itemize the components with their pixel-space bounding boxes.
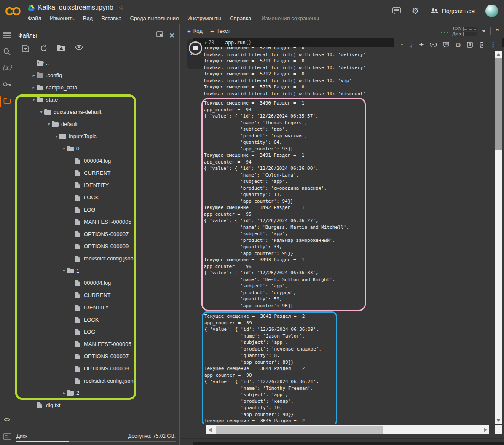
tree-item-log[interactable]: LOG <box>14 204 177 216</box>
tree-item-dlq-txt[interactable]: dlq.txt <box>14 399 177 411</box>
more-options-icon[interactable]: ⋮ <box>490 41 496 48</box>
resource-monitor[interactable]: ОЗУ Диск <box>453 27 478 36</box>
tree-item-label: rocksdict-config.json <box>84 378 134 384</box>
menu-item[interactable]: Вид <box>83 15 93 21</box>
open-in-tab-icon[interactable] <box>156 31 163 37</box>
files-folder-icon[interactable] <box>0 98 14 104</box>
disk-usage-area: Диск Доступно: 75.02 GB. <box>14 431 179 445</box>
tree-item--[interactable]: .. <box>14 57 177 69</box>
tree-item-default[interactable]: ▾default <box>14 118 177 130</box>
chevron-down-icon[interactable]: ▾ <box>54 134 59 139</box>
star-icon[interactable]: ☆ <box>118 4 124 11</box>
chevron-down-icon[interactable]: ▾ <box>46 122 52 126</box>
chevron-right-icon[interactable]: ▸ <box>61 391 67 395</box>
move-cell-down-icon[interactable]: ↓ <box>410 41 413 48</box>
output-overflow-dots[interactable]: ••• <box>190 51 199 58</box>
open-in-window-icon[interactable] <box>467 42 473 48</box>
tree-item-label: 000004.log <box>84 158 111 164</box>
horizontal-scroll-thumb[interactable] <box>216 426 383 434</box>
tree-item-000004-log[interactable]: 000004.log <box>14 277 177 289</box>
mount-drive-icon[interactable] <box>57 45 65 51</box>
move-cell-up-icon[interactable]: ↑ <box>400 41 404 48</box>
upload-file-icon[interactable] <box>22 45 29 52</box>
tree-item-label: dlq.txt <box>46 402 61 408</box>
tree-item-options-000007[interactable]: OPTIONS-000007 <box>14 350 177 362</box>
tree-item-current[interactable]: CURRENT <box>14 289 177 301</box>
menu-item[interactable]: Изменить <box>50 15 75 21</box>
refresh-icon[interactable] <box>40 45 47 52</box>
tree-item-quixstreams-default[interactable]: ▾quixstreams-default <box>14 106 177 118</box>
file-icon <box>75 378 84 384</box>
tree-item-2[interactable]: ▸2 <box>14 387 177 399</box>
tree-item-rocksdict-config-json[interactable]: rocksdict-config.json <box>14 252 177 265</box>
close-panel-icon[interactable]: ✕ <box>169 31 175 40</box>
runtime-dropdown-icon[interactable] <box>482 30 486 32</box>
tree-item-manifest-000005[interactable]: MANIFEST-000005 <box>14 216 177 228</box>
scroll-left-button[interactable] <box>206 425 214 434</box>
hidden-files-eye-icon[interactable] <box>75 45 83 50</box>
tree-item-label: MANIFEST-000005 <box>84 341 131 347</box>
add-code-button[interactable]: + Код <box>187 27 203 35</box>
tree-item-manifest-000005[interactable]: MANIFEST-000005 <box>14 338 177 350</box>
chevron-down-icon[interactable]: ▾ <box>61 268 67 273</box>
tree-item-options-000009[interactable]: OPTIONS-000009 <box>14 240 177 252</box>
settings-gear-icon[interactable]: ⚙ <box>412 6 419 16</box>
terminal-icon[interactable] <box>0 433 14 440</box>
notebook-title[interactable]: Kafka_quixstreams.ipynb <box>38 4 113 11</box>
collapse-toolbar-icon[interactable]: ⌃ <box>495 28 500 35</box>
tree-item-lock[interactable]: LOCK <box>14 314 177 326</box>
scroll-right-button[interactable] <box>482 425 489 434</box>
tree-item-log[interactable]: LOG <box>14 326 177 338</box>
tree-item-label: sample_data <box>46 84 77 91</box>
add-comment-icon[interactable] <box>443 42 449 48</box>
avatar[interactable] <box>485 5 498 17</box>
save-status[interactable]: Изменения сохранены <box>261 15 319 21</box>
comments-icon[interactable] <box>392 7 401 15</box>
tree-item-0[interactable]: ▾0 <box>14 142 177 155</box>
menu-item[interactable]: Справка <box>230 15 251 21</box>
output-text-partition-2: Текущее смещение = 3643 Раздел = 2 app_c… <box>204 313 336 424</box>
tree-item-1[interactable]: ▾1 <box>14 265 177 277</box>
add-text-button[interactable]: + Текст <box>210 27 231 35</box>
chevron-down-icon[interactable]: ▾ <box>61 146 67 151</box>
file-icon <box>75 170 84 176</box>
menu-item[interactable]: Среда выполнения <box>130 15 179 21</box>
cell-toolbar: ↑ ↓ ✦ ⚙ <box>394 38 502 51</box>
cell-boundary <box>180 438 504 439</box>
horizontal-scrollbar[interactable] <box>206 425 489 434</box>
share-button[interactable]: Поделиться <box>430 8 475 14</box>
table-of-contents-icon[interactable] <box>0 32 14 39</box>
chevron-right-icon[interactable]: ▸ <box>31 85 37 90</box>
tree-item-identity[interactable]: IDENTITY <box>14 179 177 191</box>
tree-item-sample-data[interactable]: ▸sample_data <box>14 81 177 94</box>
tree-item-state[interactable]: ▾state <box>14 94 177 106</box>
delete-cell-icon[interactable] <box>479 42 484 48</box>
search-icon[interactable] <box>0 48 14 55</box>
chevron-right-icon[interactable]: ▸ <box>31 73 37 78</box>
tree-item-options-000007[interactable]: OPTIONS-000007 <box>14 228 177 240</box>
tree-item-000004-log[interactable]: 000004.log <box>14 155 177 167</box>
disk-usage-bar <box>16 441 176 442</box>
tree-item-current[interactable]: CURRENT <box>14 167 177 179</box>
tree-item-label: 000004.log <box>84 280 111 286</box>
menu-item[interactable]: Файл <box>28 15 41 21</box>
tree-item-label: .config <box>46 72 62 78</box>
cell-settings-gear-icon[interactable]: ⚙ <box>455 41 461 49</box>
variables-icon[interactable]: {x} <box>0 64 14 71</box>
code-snippets-icon[interactable]: <> <box>0 416 14 423</box>
copy-link-icon[interactable] <box>430 43 437 47</box>
files-panel: Файлы ✕ <box>14 24 179 445</box>
tree-item-options-000009[interactable]: OPTIONS-000009 <box>14 362 177 375</box>
secrets-key-icon[interactable] <box>0 82 14 87</box>
tree-item-identity[interactable]: IDENTITY <box>14 301 177 314</box>
tree-item-lock[interactable]: LOCK <box>14 191 177 204</box>
menu-item[interactable]: Вставка <box>101 15 121 21</box>
chevron-down-icon[interactable]: ▾ <box>38 110 44 114</box>
menu-item[interactable]: Инструменты <box>187 15 221 21</box>
tree-item-inputstopic[interactable]: ▾InputsTopic <box>14 130 177 142</box>
colab-logo[interactable]: CO <box>5 5 24 19</box>
chevron-down-icon[interactable]: ▾ <box>31 97 37 102</box>
gemini-spark-icon[interactable]: ✦ <box>419 41 424 48</box>
tree-item-rocksdict-config-json[interactable]: rocksdict-config.json <box>14 375 177 387</box>
tree-item--config[interactable]: ▸.config <box>14 69 177 81</box>
